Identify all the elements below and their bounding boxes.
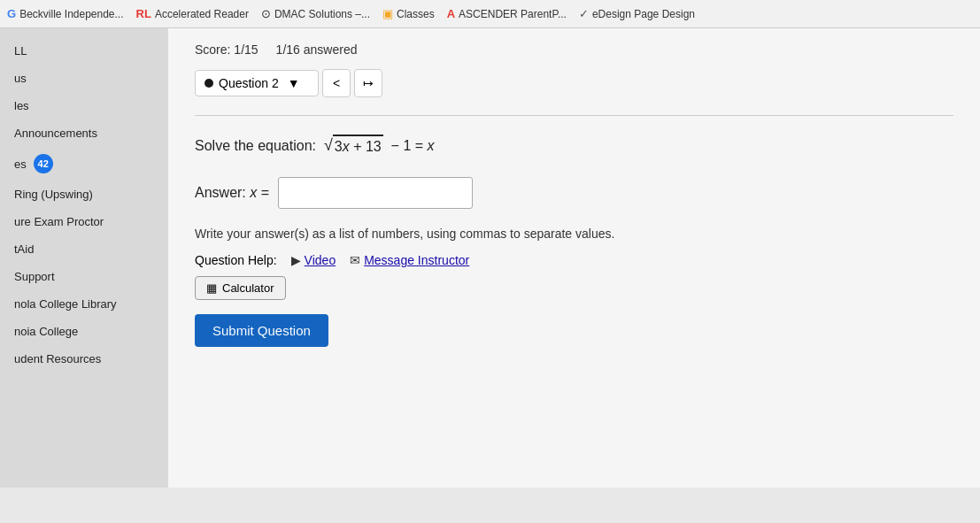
sidebar-item-exam-proctor-label: ure Exam Proctor (14, 215, 104, 228)
score-value: Score: 1/15 (195, 42, 259, 57)
question-selector-label: Question 2 (219, 76, 279, 90)
bookmark-ascender[interactable]: A ASCENDER ParentP... (447, 7, 567, 20)
message-link[interactable]: Message Instructor (364, 253, 469, 267)
sidebar-item-support-label: Support (14, 270, 55, 283)
sidebar-item-es-label: es (14, 158, 27, 171)
ascender-icon: A (447, 7, 455, 20)
video-link[interactable]: Video (305, 253, 336, 267)
bookmark-ar[interactable]: RL Accelerated Reader (136, 7, 249, 20)
edesign-icon: ✓ (579, 7, 589, 20)
classes-icon: ▣ (382, 7, 393, 20)
sidebar-item-les-label: les (14, 99, 29, 112)
prev-question-button[interactable]: < (322, 69, 351, 97)
sidebar-item-taid[interactable]: tAid (0, 235, 168, 263)
sidebar-item-announcements-label: Announcements (14, 127, 97, 140)
help-label: Question Help: (195, 253, 277, 267)
submit-label: Submit Question (212, 323, 311, 338)
calculator-label: Calculator (222, 281, 274, 295)
sqrt-wrapper: √3x + 13 (324, 134, 383, 158)
bookmark-dmac[interactable]: ⊙ DMAC Solutions –... (261, 7, 370, 20)
bookmark-dmac-label: DMAC Solutions –... (274, 8, 370, 20)
sidebar-item-support[interactable]: Support (0, 263, 168, 290)
chevron-left-icon: < (333, 76, 340, 90)
answer-input[interactable] (278, 177, 473, 209)
message-icon: ✉ (350, 253, 360, 267)
sidebar-item-college[interactable]: noia College (0, 318, 168, 345)
bookmark-classes[interactable]: ▣ Classes (382, 7, 435, 20)
bookmark-ar-label: Accelerated Reader (155, 8, 249, 20)
sidebar-item-resources-label: udent Resources (14, 352, 101, 365)
dropdown-arrow-icon: ▼ (288, 76, 300, 90)
section-divider (195, 115, 953, 116)
sidebar-item-us-label: us (14, 72, 27, 85)
skip-forward-icon: ↦ (363, 76, 374, 90)
sidebar-item-announcements[interactable]: Announcements (0, 119, 168, 147)
next-question-button[interactable]: ↦ (354, 69, 382, 97)
sidebar-item-college-library[interactable]: nola College Library (0, 290, 168, 318)
video-icon: ▶ (291, 253, 301, 267)
question-text: Solve the equation: √3x + 13 − 1 = x (195, 134, 953, 158)
sqrt-symbol: √ (324, 134, 333, 158)
main-layout: LL us les Announcements es 42 Ring (Upsw… (0, 28, 980, 488)
help-row: Question Help: ▶ Video ✉ Message Instruc… (195, 253, 953, 267)
sidebar-item-es[interactable]: es 42 (0, 147, 168, 181)
submit-button[interactable]: Submit Question (195, 314, 328, 347)
google-icon: G (7, 7, 16, 20)
bookmark-google-label: Beckville Independe... (19, 8, 123, 20)
sidebar-item-ring-label: Ring (Upswing) (14, 188, 93, 201)
score-line: Score: 1/15 1/16 answered (195, 42, 953, 57)
sidebar-item-les[interactable]: les (0, 92, 168, 119)
content-area: Score: 1/15 1/16 answered Question 2 ▼ <… (168, 28, 980, 488)
ar-icon: RL (136, 7, 151, 20)
sidebar-item-college-label: noia College (14, 325, 78, 338)
sidebar-item-taid-label: tAid (14, 242, 34, 256)
sidebar-item-ll[interactable]: LL (0, 37, 168, 65)
bookmark-edesign[interactable]: ✓ eDesign Page Design (579, 7, 695, 20)
sidebar-item-ring[interactable]: Ring (Upswing) (0, 181, 168, 208)
bookmark-classes-label: Classes (397, 8, 435, 20)
bookmark-ascender-label: ASCENDER ParentP... (459, 8, 567, 20)
instruction-text: Write your answer(s) as a list of number… (195, 227, 953, 241)
answer-label: Answer: x = (195, 185, 269, 201)
sidebar-item-us[interactable]: us (0, 65, 168, 92)
dmac-icon: ⊙ (261, 7, 271, 20)
sidebar-item-resources[interactable]: udent Resources (0, 345, 168, 373)
calculator-button[interactable]: ▦ Calculator (195, 276, 286, 300)
sqrt-content: 3x + 13 (333, 135, 383, 158)
sidebar-item-ll-label: LL (14, 44, 27, 58)
answered-count: 1/16 answered (276, 42, 358, 57)
video-help[interactable]: ▶ Video (291, 253, 336, 267)
sidebar-item-exam-proctor[interactable]: ure Exam Proctor (0, 208, 168, 235)
sidebar: LL us les Announcements es 42 Ring (Upsw… (0, 28, 168, 488)
dot-indicator (204, 79, 213, 88)
bookmark-edesign-label: eDesign Page Design (592, 8, 695, 20)
bookmark-google[interactable]: G Beckville Independe... (7, 7, 124, 20)
bookmarks-bar: G Beckville Independe... RL Accelerated … (0, 0, 980, 28)
sidebar-item-college-library-label: nola College Library (14, 297, 117, 311)
calculator-icon: ▦ (206, 281, 217, 295)
question-nav: Question 2 ▼ < ↦ (195, 69, 953, 97)
message-help[interactable]: ✉ Message Instructor (350, 253, 469, 267)
question-selector[interactable]: Question 2 ▼ (195, 70, 319, 96)
answer-row: Answer: x = (195, 177, 953, 209)
math-expression: √3x + 13 − 1 = x (324, 138, 435, 153)
submit-row: Submit Question (195, 300, 953, 347)
es-badge: 42 (34, 154, 53, 173)
